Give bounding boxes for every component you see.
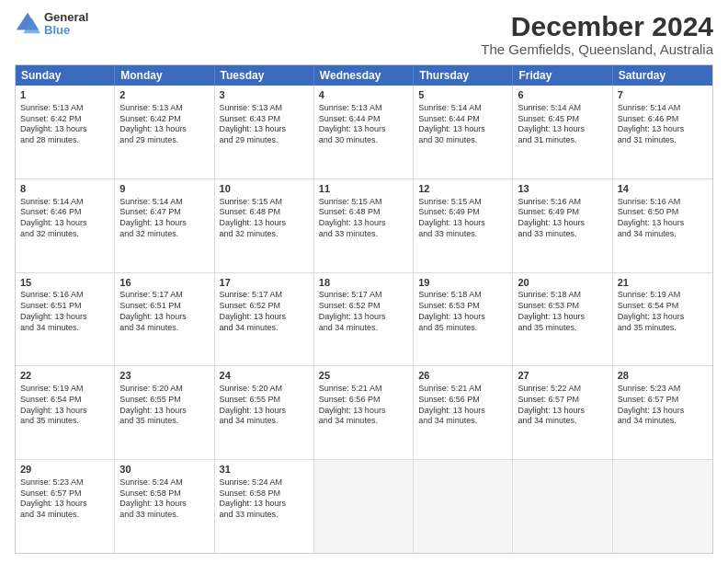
day-number: 21 bbox=[618, 276, 708, 290]
calendar-header-cell: Tuesday bbox=[215, 65, 314, 86]
day-number: 18 bbox=[319, 276, 408, 290]
day-number: 24 bbox=[220, 369, 309, 383]
cell-text: Sunrise: 5:23 AM Sunset: 6:57 PM Dayligh… bbox=[618, 384, 708, 427]
logo-line1: General bbox=[44, 11, 88, 24]
calendar-cell: 2Sunrise: 5:13 AM Sunset: 6:42 PM Daylig… bbox=[115, 86, 214, 178]
day-number: 19 bbox=[418, 276, 507, 290]
day-number: 3 bbox=[220, 88, 309, 102]
calendar-cell: 29Sunrise: 5:23 AM Sunset: 6:57 PM Dayli… bbox=[16, 460, 115, 553]
calendar-cell: 15Sunrise: 5:16 AM Sunset: 6:51 PM Dayli… bbox=[16, 273, 115, 366]
calendar-cell bbox=[314, 460, 414, 553]
calendar-cell: 30Sunrise: 5:24 AM Sunset: 6:58 PM Dayli… bbox=[115, 460, 214, 553]
day-number: 27 bbox=[518, 369, 607, 383]
day-number: 9 bbox=[119, 182, 209, 196]
logo-text: General Blue bbox=[44, 11, 88, 38]
cell-text: Sunrise: 5:18 AM Sunset: 6:53 PM Dayligh… bbox=[518, 290, 607, 333]
calendar-header-cell: Monday bbox=[115, 65, 214, 86]
cell-text: Sunrise: 5:14 AM Sunset: 6:45 PM Dayligh… bbox=[518, 103, 607, 146]
cell-text: Sunrise: 5:19 AM Sunset: 6:54 PM Dayligh… bbox=[20, 384, 109, 427]
day-number: 12 bbox=[418, 182, 507, 196]
cell-text: Sunrise: 5:16 AM Sunset: 6:49 PM Dayligh… bbox=[518, 197, 607, 240]
day-number: 30 bbox=[119, 463, 209, 477]
calendar-week: 8Sunrise: 5:14 AM Sunset: 6:46 PM Daylig… bbox=[16, 179, 712, 273]
calendar-cell: 12Sunrise: 5:15 AM Sunset: 6:49 PM Dayli… bbox=[414, 179, 513, 272]
cell-text: Sunrise: 5:14 AM Sunset: 6:46 PM Dayligh… bbox=[20, 197, 109, 240]
calendar-header-cell: Thursday bbox=[414, 65, 513, 86]
cell-text: Sunrise: 5:17 AM Sunset: 6:52 PM Dayligh… bbox=[220, 290, 309, 333]
cell-text: Sunrise: 5:15 AM Sunset: 6:49 PM Dayligh… bbox=[418, 197, 507, 240]
cell-text: Sunrise: 5:16 AM Sunset: 6:50 PM Dayligh… bbox=[618, 197, 708, 240]
cell-text: Sunrise: 5:13 AM Sunset: 6:42 PM Dayligh… bbox=[119, 103, 209, 146]
cell-text: Sunrise: 5:22 AM Sunset: 6:57 PM Dayligh… bbox=[518, 384, 607, 427]
day-number: 29 bbox=[20, 463, 109, 477]
calendar-header-cell: Saturday bbox=[613, 65, 712, 86]
calendar-cell bbox=[513, 460, 612, 553]
sub-title: The Gemfields, Queensland, Australia bbox=[481, 41, 713, 57]
day-number: 31 bbox=[220, 463, 309, 477]
day-number: 11 bbox=[319, 182, 408, 196]
logo-icon bbox=[15, 11, 40, 37]
day-number: 28 bbox=[618, 369, 708, 383]
calendar-cell: 20Sunrise: 5:18 AM Sunset: 6:53 PM Dayli… bbox=[513, 273, 612, 366]
cell-text: Sunrise: 5:15 AM Sunset: 6:48 PM Dayligh… bbox=[319, 197, 408, 240]
calendar-week: 29Sunrise: 5:23 AM Sunset: 6:57 PM Dayli… bbox=[16, 460, 712, 553]
day-number: 17 bbox=[220, 276, 309, 290]
calendar-cell bbox=[613, 460, 712, 553]
cell-text: Sunrise: 5:19 AM Sunset: 6:54 PM Dayligh… bbox=[618, 290, 708, 333]
page: General Blue December 2024 The Gemfields… bbox=[0, 0, 728, 563]
calendar-cell bbox=[414, 460, 513, 553]
day-number: 10 bbox=[220, 182, 309, 196]
calendar-week: 22Sunrise: 5:19 AM Sunset: 6:54 PM Dayli… bbox=[16, 366, 712, 460]
cell-text: Sunrise: 5:14 AM Sunset: 6:46 PM Dayligh… bbox=[618, 103, 708, 146]
calendar-cell: 1Sunrise: 5:13 AM Sunset: 6:42 PM Daylig… bbox=[16, 86, 115, 178]
calendar-week: 15Sunrise: 5:16 AM Sunset: 6:51 PM Dayli… bbox=[16, 273, 712, 367]
calendar-cell: 7Sunrise: 5:14 AM Sunset: 6:46 PM Daylig… bbox=[613, 86, 712, 178]
day-number: 8 bbox=[20, 182, 109, 196]
day-number: 4 bbox=[319, 88, 408, 102]
calendar-cell: 18Sunrise: 5:17 AM Sunset: 6:52 PM Dayli… bbox=[314, 273, 414, 366]
day-number: 22 bbox=[20, 369, 109, 383]
calendar-body: 1Sunrise: 5:13 AM Sunset: 6:42 PM Daylig… bbox=[16, 86, 712, 553]
calendar-cell: 17Sunrise: 5:17 AM Sunset: 6:52 PM Dayli… bbox=[215, 273, 314, 366]
calendar-cell: 25Sunrise: 5:21 AM Sunset: 6:56 PM Dayli… bbox=[314, 366, 414, 459]
cell-text: Sunrise: 5:20 AM Sunset: 6:55 PM Dayligh… bbox=[119, 384, 209, 427]
calendar-cell: 27Sunrise: 5:22 AM Sunset: 6:57 PM Dayli… bbox=[513, 366, 612, 459]
day-number: 25 bbox=[319, 369, 408, 383]
cell-text: Sunrise: 5:21 AM Sunset: 6:56 PM Dayligh… bbox=[418, 384, 507, 427]
calendar: SundayMondayTuesdayWednesdayThursdayFrid… bbox=[15, 64, 713, 554]
cell-text: Sunrise: 5:24 AM Sunset: 6:58 PM Dayligh… bbox=[220, 477, 309, 521]
calendar-cell: 4Sunrise: 5:13 AM Sunset: 6:44 PM Daylig… bbox=[314, 86, 414, 178]
cell-text: Sunrise: 5:21 AM Sunset: 6:56 PM Dayligh… bbox=[319, 384, 408, 427]
cell-text: Sunrise: 5:13 AM Sunset: 6:42 PM Dayligh… bbox=[20, 103, 109, 146]
cell-text: Sunrise: 5:13 AM Sunset: 6:44 PM Dayligh… bbox=[319, 103, 408, 146]
calendar-cell: 5Sunrise: 5:14 AM Sunset: 6:44 PM Daylig… bbox=[414, 86, 513, 178]
day-number: 13 bbox=[518, 182, 607, 196]
day-number: 26 bbox=[418, 369, 507, 383]
cell-text: Sunrise: 5:15 AM Sunset: 6:48 PM Dayligh… bbox=[220, 197, 309, 240]
logo-line2: Blue bbox=[44, 24, 88, 37]
day-number: 5 bbox=[418, 88, 507, 102]
calendar-cell: 22Sunrise: 5:19 AM Sunset: 6:54 PM Dayli… bbox=[16, 366, 115, 459]
cell-text: Sunrise: 5:24 AM Sunset: 6:58 PM Dayligh… bbox=[119, 477, 209, 521]
calendar-cell: 31Sunrise: 5:24 AM Sunset: 6:58 PM Dayli… bbox=[215, 460, 314, 553]
calendar-cell: 14Sunrise: 5:16 AM Sunset: 6:50 PM Dayli… bbox=[613, 179, 712, 272]
day-number: 23 bbox=[119, 369, 209, 383]
calendar-cell: 16Sunrise: 5:17 AM Sunset: 6:51 PM Dayli… bbox=[115, 273, 214, 366]
cell-text: Sunrise: 5:17 AM Sunset: 6:52 PM Dayligh… bbox=[319, 290, 408, 333]
cell-text: Sunrise: 5:13 AM Sunset: 6:43 PM Dayligh… bbox=[220, 103, 309, 146]
calendar-cell: 10Sunrise: 5:15 AM Sunset: 6:48 PM Dayli… bbox=[215, 179, 314, 272]
day-number: 16 bbox=[119, 276, 209, 290]
calendar-header: SundayMondayTuesdayWednesdayThursdayFrid… bbox=[16, 65, 712, 86]
day-number: 15 bbox=[20, 276, 109, 290]
calendar-cell: 28Sunrise: 5:23 AM Sunset: 6:57 PM Dayli… bbox=[613, 366, 712, 459]
cell-text: Sunrise: 5:14 AM Sunset: 6:44 PM Dayligh… bbox=[418, 103, 507, 146]
calendar-cell: 26Sunrise: 5:21 AM Sunset: 6:56 PM Dayli… bbox=[414, 366, 513, 459]
calendar-cell: 13Sunrise: 5:16 AM Sunset: 6:49 PM Dayli… bbox=[513, 179, 612, 272]
calendar-header-cell: Sunday bbox=[16, 65, 115, 86]
calendar-cell: 8Sunrise: 5:14 AM Sunset: 6:46 PM Daylig… bbox=[16, 179, 115, 272]
cell-text: Sunrise: 5:20 AM Sunset: 6:55 PM Dayligh… bbox=[220, 384, 309, 427]
calendar-header-cell: Wednesday bbox=[314, 65, 414, 86]
cell-text: Sunrise: 5:18 AM Sunset: 6:53 PM Dayligh… bbox=[418, 290, 507, 333]
day-number: 14 bbox=[618, 182, 708, 196]
day-number: 1 bbox=[20, 88, 109, 102]
